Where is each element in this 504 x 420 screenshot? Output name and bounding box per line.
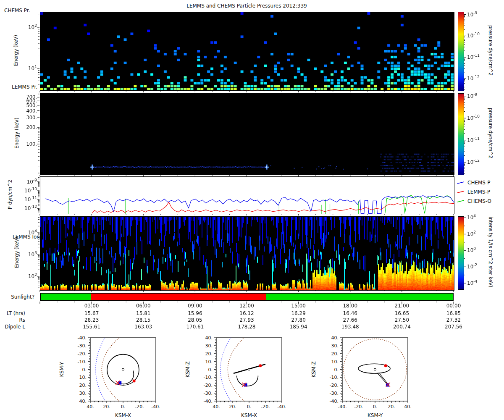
series-line <box>92 202 454 213</box>
orbit-plot-ksmy-vs-ksmx: -40.-30.-20.-10.0.10.20.30.40.40.20.0.-2… <box>58 330 168 420</box>
lt-value: 15.81 <box>124 310 162 316</box>
magnetopause <box>102 338 119 401</box>
colorbar-tick-label: 100 <box>467 247 476 253</box>
dipole-value: 163.03 <box>124 324 162 330</box>
colorbar-tick-label: 10-12 <box>467 158 480 165</box>
colorbar-pressure-2 <box>458 93 464 175</box>
y-axis-label: KSM-Z <box>311 361 317 377</box>
bow-shock <box>96 338 105 401</box>
legend-line <box>457 191 464 193</box>
lt-value: 16.85 <box>435 310 472 316</box>
rs-value: 27.93 <box>228 317 266 323</box>
rs-value: 28.23 <box>73 317 110 323</box>
y-tick-label: -20. <box>330 383 339 388</box>
time-tick-label: 15:00 <box>280 303 318 309</box>
row-label-rs: Rs <box>0 317 25 323</box>
pressure-tick-label: 10-11 <box>24 196 37 202</box>
x-tick-label: -20. <box>354 404 363 410</box>
sunlight-bar <box>40 293 454 301</box>
colorbar-label-intensity: intensity 1/(s cm^2 ster keV) <box>488 210 494 294</box>
y-tick-label: 40. <box>79 399 87 404</box>
rs-value: 27.50 <box>383 317 421 323</box>
x-tick-label: 0. <box>121 404 126 410</box>
energy-tick-label: 400. <box>26 108 37 114</box>
energy-tick-label: 102 <box>28 24 37 30</box>
ions-spectrogram-panel <box>40 216 454 291</box>
day-start-marker <box>133 380 136 383</box>
y-tick-label: 10. <box>331 359 339 365</box>
x-axis-label: KSM-X <box>115 412 131 418</box>
panel-label-chems: CHEMS Pr. <box>4 8 30 13</box>
x-tick-label: 40. <box>87 404 94 410</box>
energy-tick-label: 101 <box>28 65 37 71</box>
energy-tick-label: 103 <box>28 251 37 257</box>
orbit-plot-ksmz-vs-ksmx: 40.30.20.10.0.-10.-20.-30.-40.40.20.0.-2… <box>184 330 294 420</box>
lemms-spectrogram-panel <box>40 93 454 175</box>
legend-line <box>457 182 464 184</box>
colorbar-intensity <box>458 216 464 290</box>
orbit-plot-ksmz-vs-ksmy: 40.30.20.10.0.-10.-20.-30.-40.-40.-20.0.… <box>310 330 420 420</box>
y-tick-label: 10. <box>205 359 213 365</box>
legend-line-sample <box>457 190 465 194</box>
day-start-marker <box>259 364 262 367</box>
legend-item: CHEMS-P <box>457 178 491 187</box>
energy-tick-label: 102 <box>28 273 37 279</box>
rs-value: 27.80 <box>280 317 318 323</box>
x-tick-label: 40. <box>404 404 412 410</box>
colorbar-pressure-1 <box>458 12 464 91</box>
rs-value: 28.05 <box>176 317 214 323</box>
energy-tick-label: 100. <box>26 141 37 147</box>
y-tick-label: 20. <box>205 351 213 357</box>
lineplot-legend: CHEMS-PLEMMS-PCHEMS-O <box>457 178 491 206</box>
y-tick-label: 0. <box>334 367 339 373</box>
legend-item: CHEMS-O <box>457 197 491 206</box>
lt-value: 15.67 <box>73 310 110 316</box>
x-tick-label: 20. <box>229 404 236 410</box>
y-tick-label: -10. <box>330 375 339 380</box>
y-tick-label: 40. <box>205 335 213 341</box>
y-tick-label: -30. <box>204 391 213 396</box>
lt-value: 16.12 <box>228 310 266 316</box>
orbit-path-leg2 <box>380 374 388 384</box>
dipole-value: 207.56 <box>435 324 472 330</box>
y-axis-label-pressure: P dyn/cm^2 <box>7 169 13 220</box>
ions-spectrogram <box>40 217 454 290</box>
time-tick-label: 03:00 <box>73 303 110 309</box>
x-tick-label: -20. <box>261 404 270 410</box>
lt-value: 15.96 <box>176 310 214 316</box>
rs-value: 28.15 <box>124 317 162 323</box>
sunlight-segment-shadow <box>91 294 266 300</box>
y-tick-label: -20. <box>204 383 213 388</box>
x-tick-label: 0. <box>373 404 378 410</box>
y-axis-label: KSM-Y <box>59 362 65 377</box>
lemms-spectrogram <box>40 94 454 175</box>
legend-label: CHEMS-O <box>467 198 491 204</box>
panel-label-lemms: LEMMS Pr. <box>12 84 37 90</box>
y-tick-label: 30. <box>331 343 339 349</box>
time-tick-label: 21:00 <box>383 303 421 309</box>
y-tick-label: 10. <box>79 375 87 380</box>
colorbar-tick-label: 10-10 <box>467 32 480 39</box>
legend-label: CHEMS-P <box>467 180 491 186</box>
orbit-path-inner <box>120 370 134 384</box>
chems-spectrogram-panel <box>40 12 454 91</box>
y-tick-label: -40. <box>78 335 87 341</box>
colorbar-tick-label: 10-12 <box>467 75 480 81</box>
y-tick-label: -30. <box>330 391 339 396</box>
lt-value: 16.46 <box>331 310 369 316</box>
dipole-value: 170.61 <box>176 324 214 330</box>
colorbar-tick-label: 10-4 <box>467 279 477 286</box>
dipole-value: 200.74 <box>383 324 421 330</box>
chems-spectrogram <box>40 12 454 91</box>
x-tick-label: -40. <box>151 404 160 410</box>
saturn <box>374 368 376 370</box>
y-tick-label: 30. <box>79 391 87 396</box>
colorbar-label-pressure-2: pressure dyne/cm^2 <box>488 108 494 158</box>
dipole-value: 185.94 <box>280 324 318 330</box>
time-tick-label: 18:00 <box>331 303 369 309</box>
y-tick-label: 30. <box>205 343 213 349</box>
colorbar-label-pressure-1: pressure dyne/cm^2 <box>488 25 494 76</box>
dipole-value: 155.61 <box>73 324 110 330</box>
y-tick-label: -10. <box>204 375 213 380</box>
x-tick-label: 40. <box>213 404 220 410</box>
